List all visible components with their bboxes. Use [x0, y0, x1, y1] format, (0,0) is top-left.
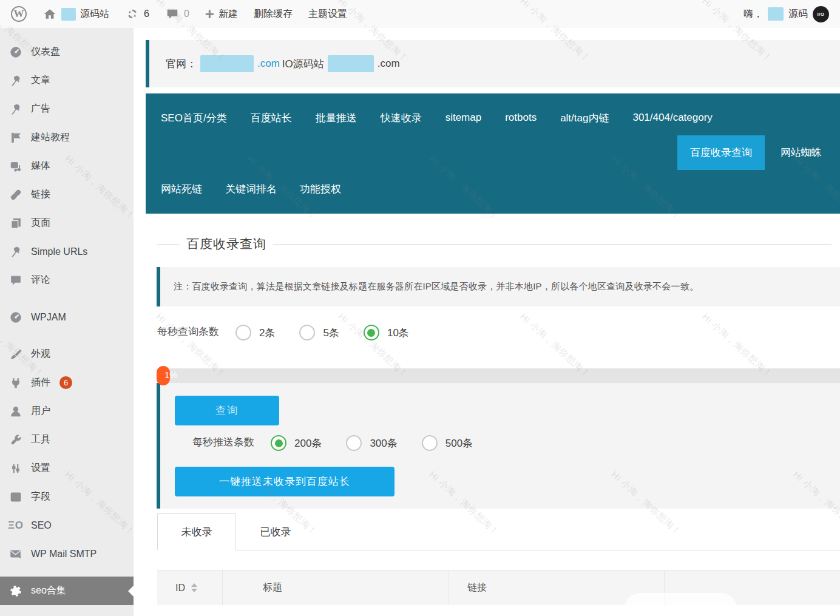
comments-link[interactable]: 0 — [165, 7, 189, 21]
radio-unchecked-icon[interactable] — [235, 325, 251, 340]
comment-bubble-icon — [8, 273, 23, 288]
home-icon — [42, 7, 57, 21]
sidebar-item-media[interactable]: 媒体 — [0, 152, 134, 180]
push-unindexed-button[interactable]: 一键推送未收录到百度站长 — [175, 467, 395, 496]
push-rate-option-200[interactable]: 200条 — [271, 435, 322, 451]
official-site-link[interactable]: .com — [257, 58, 280, 70]
redacted-block — [61, 8, 76, 21]
section-title-row: 百度收录查询 — [157, 235, 840, 252]
query-rate-option-2[interactable]: 2条 — [235, 325, 275, 340]
nav-tab-keyword-rank[interactable]: 关键词排名 — [225, 182, 277, 196]
sort-arrows-icon[interactable] — [191, 583, 197, 592]
nav-tab-baidu-index-query[interactable]: 百度收录查询 — [677, 135, 765, 170]
sidebar-item-wp-mail-smtp[interactable]: WP Mail SMTP — [0, 540, 134, 568]
query-button[interactable]: 查询 — [175, 396, 279, 425]
radio-unchecked-icon[interactable] — [422, 435, 438, 451]
sliders-icon — [8, 461, 23, 476]
sidebar-item-pages[interactable]: 页面 — [0, 209, 134, 237]
nav-tab-sitemap[interactable]: sitemap — [445, 112, 482, 124]
admin-sidebar: 仪表盘 文章 广告 建站教程 媒体 链接 页面 — [0, 28, 134, 616]
sidebar-item-posts[interactable]: 文章 — [0, 66, 134, 95]
paintbrush-icon — [8, 347, 23, 362]
sidebar-item-tools[interactable]: 工具 — [0, 425, 134, 454]
nav-tab-fast-include[interactable]: 快速收录 — [381, 111, 422, 125]
watermark-highlight — [625, 593, 737, 616]
sidebar-item-tutorials[interactable]: 建站教程 — [0, 123, 134, 152]
envelope-icon — [8, 547, 23, 561]
sidebar-item-users[interactable]: 用户 — [0, 397, 134, 425]
avatar[interactable]: I/O — [813, 6, 829, 22]
greeting-text: 嗨， — [743, 8, 763, 21]
comment-bubble-icon — [165, 7, 180, 21]
radio-unchecked-icon[interactable] — [346, 435, 362, 451]
sidebar-item-comments[interactable]: 评论 — [0, 266, 134, 294]
page-title: 百度收录查询 — [180, 235, 273, 252]
radio-checked-icon[interactable] — [271, 435, 286, 451]
result-tabs: 未收录 已收录 — [157, 513, 840, 550]
main-content: 官网： .com IO源码站 .com SEO首页/分类 百度站长 批量推送 快… — [134, 28, 840, 616]
plus-icon: + — [205, 6, 214, 22]
pin-icon — [8, 245, 23, 259]
site-link[interactable]: 源码站 — [42, 7, 109, 21]
redacted-block — [768, 7, 784, 21]
tab-unindexed[interactable]: 未收录 — [157, 513, 236, 550]
sidebar-item-seo[interactable]: ΞO SEO — [0, 511, 134, 540]
nav-tab-dead-links[interactable]: 网站死链 — [161, 182, 202, 196]
query-rate-row: 每秒查询条数 2条 5条 10条 — [157, 323, 840, 340]
nav-tab-site-spider[interactable]: 网站蜘蛛 — [781, 146, 822, 160]
query-rate-option-5[interactable]: 5条 — [299, 325, 339, 340]
pin-icon — [8, 102, 23, 117]
updates-link[interactable]: 6 — [125, 7, 149, 21]
user-icon — [8, 404, 23, 419]
radio-checked-icon[interactable] — [364, 325, 379, 340]
column-header-title: 标题 — [223, 570, 449, 605]
account-name[interactable]: 源码 — [788, 8, 808, 21]
note-box: 注：百度收录查询，算法是根据文章链接及标题在服务器所在IP区域是否收录，并非本地… — [157, 267, 840, 306]
sidebar-item-seo-collection[interactable]: seo合集 — [0, 577, 134, 605]
nav-tab-baidu-webmaster[interactable]: 百度站长 — [251, 111, 292, 125]
nav-tab-rotbots[interactable]: rotbots — [505, 112, 537, 124]
sidebar-item-simple-urls[interactable]: Simple URLs — [0, 237, 134, 266]
push-rate-option-500[interactable]: 500条 — [422, 435, 473, 451]
tab-indexed[interactable]: 已收录 — [236, 513, 315, 550]
push-rate-label: 每秒推送条数 — [192, 434, 255, 451]
query-rate-option-10[interactable]: 10条 — [364, 325, 409, 340]
push-rate-option-300[interactable]: 300条 — [346, 435, 397, 451]
plug-icon — [8, 376, 23, 390]
updates-count: 6 — [144, 8, 149, 19]
seo-plugin-nav: SEO首页/分类 百度站长 批量推送 快速收录 sitemap rotbots … — [146, 93, 840, 214]
sidebar-item-fields[interactable]: 字段 — [0, 482, 134, 511]
redacted-block — [328, 55, 374, 72]
sidebar-item-links[interactable]: 链接 — [0, 180, 134, 209]
theme-settings-button[interactable]: 主题设置 — [308, 8, 347, 21]
media-icon — [8, 159, 23, 174]
redacted-block — [200, 55, 254, 72]
column-header-id[interactable]: ID — [157, 570, 223, 605]
nav-tab-feature-auth[interactable]: 功能授权 — [300, 182, 341, 196]
wordpress-menu[interactable]: W — [11, 6, 27, 22]
progress-percent: 1% — [164, 370, 178, 380]
nav-tab-batch-push[interactable]: 批量推送 — [316, 111, 357, 125]
gear-icon — [8, 584, 23, 598]
nav-tab-seo-home[interactable]: SEO首页/分类 — [161, 111, 227, 125]
sidebar-item-appearance[interactable]: 外观 — [0, 340, 134, 368]
seo-lines-icon: ΞO — [8, 518, 23, 533]
sidebar-item-settings[interactable]: 设置 — [0, 454, 134, 482]
sidebar-item-dashboard[interactable]: 仪表盘 — [0, 38, 134, 66]
new-content-button[interactable]: + 新建 — [205, 6, 238, 22]
update-refresh-icon — [125, 7, 140, 21]
progress-bar: 1% — [157, 368, 840, 383]
radio-unchecked-icon[interactable] — [299, 325, 315, 340]
query-rate-label: 每秒查询条数 — [157, 323, 220, 340]
banner-tail: .com — [378, 58, 400, 70]
clear-cache-button[interactable]: 删除缓存 — [254, 8, 293, 21]
sidebar-item-plugins[interactable]: 插件 6 — [0, 368, 134, 397]
official-site-banner: 官网： .com IO源码站 .com — [146, 40, 840, 87]
comments-count: 0 — [184, 8, 189, 19]
link-icon — [8, 188, 23, 202]
table-icon — [8, 490, 23, 504]
nav-tab-alt-tag-links[interactable]: alt/tag内链 — [560, 111, 609, 125]
sidebar-item-ads[interactable]: 广告 — [0, 95, 134, 123]
nav-tab-301-404-category[interactable]: 301/404/category — [632, 112, 712, 124]
sidebar-item-wpjam[interactable]: WPJAM — [0, 303, 134, 331]
